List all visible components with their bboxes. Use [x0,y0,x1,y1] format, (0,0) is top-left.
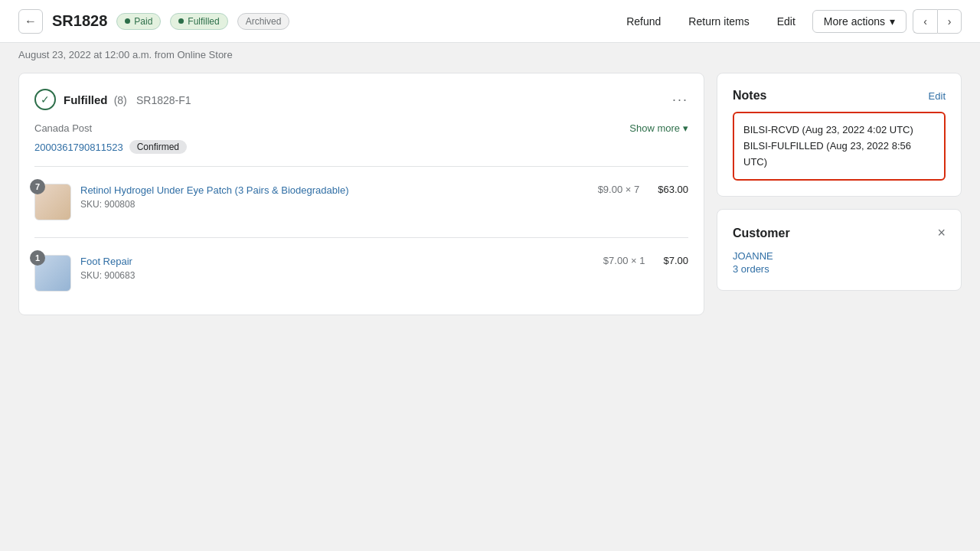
table-row: 7 Retinol Hydrogel Under Eye Patch (3 Pa… [34,176,688,228]
product-sku: SKU: 900683 [80,270,594,281]
price-col: $9.00 × 7 $63.00 [598,184,688,195]
top-actions: Refund Return items Edit More actions ▾ … [616,9,962,34]
product-image-wrap: 1 [34,255,71,292]
notes-line-1: BILSI-RCVD (Aug 23, 2022 4:02 UTC) [743,122,935,139]
fulfilled-dot-icon [178,18,184,24]
back-icon: ← [24,15,37,28]
fulfillment-menu-button[interactable]: ··· [672,92,688,108]
notes-line-2: BILSI-FULFILLED (Aug 23, 2022 8:56 UTC) [743,139,935,171]
divider [34,237,688,238]
next-order-button[interactable]: › [937,9,962,34]
table-row: 1 Foot Repair SKU: 900683 $7.00 × 1 $7.0… [34,247,688,299]
nav-group: ‹ › [913,9,962,34]
show-more-button[interactable]: Show more ▾ [629,122,688,134]
paid-dot-icon [125,18,130,24]
left-panel: ✓ Fulfilled (8) SR1828-F1 ··· Canada Pos… [18,73,704,315]
notes-content: BILSI-RCVD (Aug 23, 2022 4:02 UTC) BILSI… [733,112,946,181]
notes-edit-button[interactable]: Edit [929,90,946,102]
fulfillment-header: ✓ Fulfilled (8) SR1828-F1 ··· [34,89,688,110]
product-quantity-badge: 7 [30,179,45,194]
prev-order-button[interactable]: ‹ [913,9,937,34]
product-info: Retinol Hydrogel Under Eye Patch (3 Pair… [80,184,589,210]
customer-name-link[interactable]: JOANNE [733,250,946,262]
notes-header: Notes Edit [733,89,946,103]
edit-button[interactable]: Edit [766,11,806,32]
back-button[interactable]: ← [18,9,43,34]
archived-badge: Archived [237,13,290,30]
product-quantity-badge: 1 [30,250,45,266]
product-name-link[interactable]: Retinol Hydrogel Under Eye Patch (3 Pair… [80,184,348,196]
fulfillment-card: ✓ Fulfilled (8) SR1828-F1 ··· Canada Pos… [18,73,704,315]
product-unit-price: $9.00 × 7 [598,184,640,195]
confirmed-badge: Confirmed [129,140,187,154]
customer-close-button[interactable]: × [937,225,946,241]
product-sku: SKU: 900808 [80,199,589,210]
top-bar: ← SR1828 Paid Fulfilled Archived Refund … [0,0,980,43]
chevron-down-icon: ▾ [683,122,688,134]
carrier-name: Canada Post [34,122,92,134]
customer-title: Customer [733,227,790,240]
carrier-row: Canada Post Show more ▾ [34,122,688,134]
main-content: ✓ Fulfilled (8) SR1828-F1 ··· Canada Pos… [0,73,980,334]
customer-card: Customer × JOANNE 3 orders [717,209,962,291]
fulfillment-title: Fulfilled (8) SR1828-F1 [64,93,191,106]
notes-card: Notes Edit BILSI-RCVD (Aug 23, 2022 4:02… [717,73,962,197]
product-total: $63.00 [658,184,688,195]
return-items-button[interactable]: Return items [678,11,760,32]
right-panel: Notes Edit BILSI-RCVD (Aug 23, 2022 4:02… [717,73,962,315]
order-id: SR1828 [52,12,107,30]
price-col: $7.00 × 1 $7.00 [603,255,688,266]
tracking-number-link[interactable]: 2000361790811523 [34,142,123,153]
product-unit-price: $7.00 × 1 [603,255,645,266]
chevron-down-icon: ▾ [890,15,895,28]
paid-badge: Paid [116,13,161,30]
divider [34,166,688,167]
product-total: $7.00 [663,255,688,266]
customer-header: Customer × [733,225,946,241]
order-subtitle: August 23, 2022 at 12:00 a.m. from Onlin… [0,43,980,73]
fulfilled-check-icon: ✓ [34,89,56,110]
product-info: Foot Repair SKU: 900683 [80,255,594,281]
product-image-wrap: 7 [34,184,71,220]
customer-orders-link[interactable]: 3 orders [733,263,946,275]
product-name-link[interactable]: Foot Repair [80,256,132,267]
notes-title: Notes [733,89,766,103]
fulfilled-badge: Fulfilled [170,13,227,30]
tracking-row: 2000361790811523 Confirmed [34,140,688,154]
refund-button[interactable]: Refund [616,11,671,32]
more-actions-button[interactable]: More actions ▾ [812,10,906,33]
